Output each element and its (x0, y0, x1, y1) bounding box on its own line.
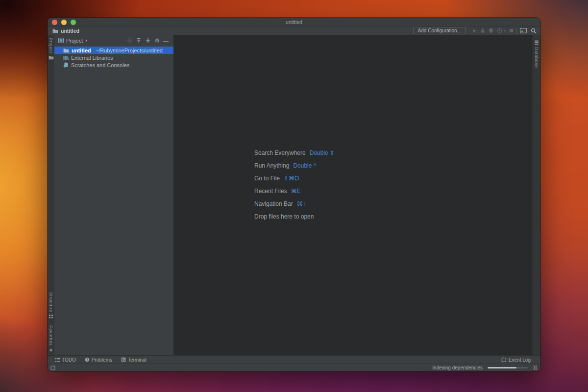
shortcut-navigation-bar: Navigation Bar⌘↑ (254, 197, 335, 210)
tool-window-bar: TODO Problems Terminal Event Log (48, 355, 540, 364)
stripe-favorites-label: Favorites (49, 325, 53, 346)
run-icon[interactable] (472, 28, 477, 33)
folder-icon (63, 48, 69, 53)
star-icon: ★ (49, 348, 53, 352)
left-stripe-bottom-group: Structure Favorites ★ (49, 292, 53, 352)
stripe-database-label: Database (534, 47, 539, 68)
tool-windows-switcher-icon[interactable] (50, 366, 55, 370)
run-controls: ▾ (472, 28, 514, 33)
tree-row-scratches[interactable]: Scratches and Consoles (54, 61, 173, 69)
tree-item-path: ~/RubymineProjects/untitled (96, 48, 163, 53)
project-panel-header: Project ▾ ⚙ — (54, 35, 173, 46)
folder-icon (49, 55, 54, 60)
panel-header-icons: ⚙ — (127, 38, 169, 44)
toolbar-separator (516, 28, 517, 34)
titlebar: untitled (48, 18, 540, 26)
add-configuration-button[interactable]: Add Configuration... (413, 27, 466, 34)
terminal-icon (121, 357, 126, 362)
navigation-breadcrumb[interactable]: untitled (52, 28, 79, 34)
empty-state-shortcuts: Search EverywhereDouble ⇧ Run AnythingDo… (254, 147, 335, 223)
stripe-button-project[interactable]: Project (49, 38, 54, 60)
drop-files-hint: Drop files here to open (254, 210, 335, 223)
toolbar-right-icons (520, 28, 537, 34)
event-log-balloon-icon (501, 357, 507, 363)
indexing-label: Indexing dependencies (432, 365, 483, 370)
shortcut-go-to-file: Go to File⇧⌘O (254, 172, 335, 185)
libraries-icon (63, 55, 69, 60)
locate-icon[interactable] (127, 38, 132, 43)
expand-all-icon[interactable] (136, 38, 142, 43)
debug-icon[interactable] (480, 28, 485, 33)
dropdown-caret-icon[interactable]: ▾ (504, 28, 506, 33)
desktop-wallpaper: untitled untitled Add Configuration... (0, 0, 588, 392)
window-title: untitled (48, 18, 540, 26)
todo-list-icon (55, 358, 60, 362)
project-tree: untitled ~/RubymineProjects/untitled Ext… (54, 47, 173, 69)
tab-problems[interactable]: Problems (85, 357, 112, 363)
search-icon[interactable] (531, 28, 537, 34)
progress-fill (488, 367, 516, 368)
main-toolbar: untitled Add Configuration... ▾ (48, 26, 540, 35)
project-tool-window: Project ▾ ⚙ — (54, 35, 174, 355)
stripe-button-structure[interactable]: Structure (49, 292, 53, 318)
stripe-structure-label: Structure (49, 292, 53, 312)
event-log-button[interactable]: Event Log (501, 357, 531, 363)
pause-icon[interactable] (534, 366, 537, 370)
tool-windows-icon[interactable] (520, 28, 527, 33)
rubymine-window: untitled untitled Add Configuration... (48, 18, 540, 371)
shortcut-search-everywhere: Search EverywhereDouble ⇧ (254, 147, 335, 159)
tree-item-name: untitled (72, 48, 91, 53)
tree-item-name: Scratches and Consoles (71, 62, 129, 68)
right-tool-stripe: Database (532, 35, 540, 355)
editor-area: Search EverywhereDouble ⇧ Run AnythingDo… (174, 35, 532, 355)
problems-icon (85, 357, 90, 362)
project-panel-title[interactable]: Project (66, 38, 83, 44)
indexing-progress: Indexing dependencies (432, 365, 528, 370)
stripe-project-label: Project (49, 38, 53, 53)
progress-bar (488, 367, 528, 368)
settings-gear-icon[interactable]: ⚙ (154, 38, 160, 43)
structure-icon (49, 314, 53, 318)
tree-item-name: External Libraries (71, 55, 113, 61)
database-icon (534, 40, 539, 45)
tab-terminal[interactable]: Terminal (121, 357, 147, 363)
main-area: Project Structure Favorites ★ (48, 35, 540, 355)
collapse-all-icon[interactable] (145, 38, 151, 43)
stripe-button-favorites[interactable]: Favorites ★ (49, 325, 53, 352)
breadcrumb-label: untitled (61, 28, 79, 34)
profiler-icon[interactable] (497, 28, 502, 33)
project-tool-window-icon (58, 38, 64, 43)
left-tool-stripe: Project Structure Favorites ★ (48, 35, 54, 355)
tab-todo[interactable]: TODO (55, 357, 76, 363)
coverage-icon[interactable] (489, 28, 493, 33)
tree-row-untitled[interactable]: untitled ~/RubymineProjects/untitled (54, 47, 173, 54)
chevron-down-icon[interactable]: ▾ (85, 38, 87, 43)
folder-icon (52, 28, 58, 33)
tree-row-external-libraries[interactable]: External Libraries (54, 54, 173, 61)
hide-panel-icon[interactable]: — (163, 38, 169, 44)
shortcut-recent-files: Recent Files⌘E (254, 185, 335, 197)
stripe-button-database[interactable]: Database (534, 40, 539, 68)
status-bar: Indexing dependencies (48, 364, 540, 371)
stop-icon[interactable] (509, 28, 514, 33)
shortcut-run-anything: Run AnythingDouble ^ (254, 159, 335, 172)
scratches-icon (63, 62, 69, 68)
